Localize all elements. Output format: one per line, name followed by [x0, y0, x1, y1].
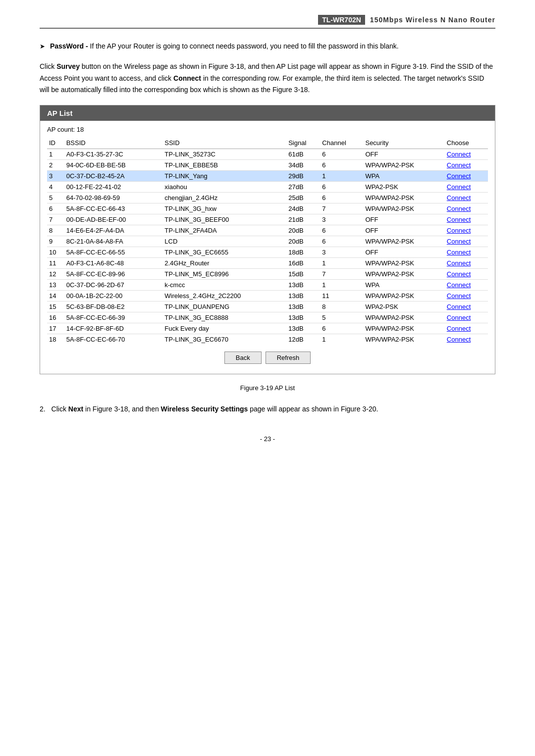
cell-ssid: TP-LINK_2FA4DA [162, 225, 286, 236]
cell-id: 2 [47, 160, 64, 171]
col-ssid: SSID [162, 137, 286, 149]
table-row: 165A-8F-CC-EC-66-39TP-LINK_3G_EC888813dB… [47, 312, 488, 323]
cell-security: WPA/WPA2-PSK [363, 312, 444, 323]
cell-signal: 13dB [286, 312, 320, 323]
cell-security: WPA/WPA2-PSK [363, 236, 444, 247]
cell-connect[interactable]: Connect [445, 182, 488, 193]
cell-bssid: 5A-8F-CC-EC-89-96 [64, 269, 163, 280]
cell-ssid: TP-LINK_35273C [162, 149, 286, 160]
table-row: 105A-8F-CC-EC-66-55TP-LINK_3G_EC665518dB… [47, 247, 488, 258]
cell-security: WPA/WPA2-PSK [363, 323, 444, 334]
ap-count-label: AP count: [47, 126, 75, 133]
cell-signal: 27dB [286, 182, 320, 193]
cell-ssid: Wireless_2.4GHz_2C2200 [162, 291, 286, 302]
cell-id: 3 [47, 171, 64, 182]
table-row: 155C-63-BF-DB-08-E2TP-LINK_DUANPENG13dB8… [47, 302, 488, 312]
cell-id: 11 [47, 258, 64, 269]
cell-bssid: 94-0C-6D-EB-BE-5B [64, 160, 163, 171]
cell-signal: 29dB [286, 171, 320, 182]
cell-signal: 12dB [286, 334, 320, 345]
ap-count-value: 18 [77, 126, 84, 133]
cell-channel: 6 [320, 236, 363, 247]
password-text: If the AP your Router is going to connec… [88, 42, 399, 50]
cell-bssid: 64-70-02-98-69-59 [64, 193, 163, 203]
cell-connect[interactable]: Connect [445, 236, 488, 247]
cell-id: 12 [47, 269, 64, 280]
cell-channel: 6 [320, 160, 363, 171]
cell-signal: 13dB [286, 291, 320, 302]
ap-table: ID BSSID SSID Signal Channel Security Ch… [47, 137, 488, 345]
cell-bssid: A0-F3-C1-A6-8C-48 [64, 258, 163, 269]
cell-connect[interactable]: Connect [445, 149, 488, 160]
cell-connect[interactable]: Connect [445, 160, 488, 171]
back-button[interactable]: Back [224, 352, 262, 364]
cell-bssid: 00-0A-1B-2C-22-00 [64, 291, 163, 302]
cell-connect[interactable]: Connect [445, 302, 488, 312]
table-row: 30C-37-DC-B2-45-2ATP-LINK_Yang29dB1WPACo… [47, 171, 488, 182]
cell-channel: 6 [320, 193, 363, 203]
cell-connect[interactable]: Connect [445, 203, 488, 214]
cell-channel: 8 [320, 302, 363, 312]
cell-connect[interactable]: Connect [445, 291, 488, 302]
cell-ssid: TP-LINK_Yang [162, 171, 286, 182]
cell-signal: 13dB [286, 280, 320, 291]
cell-bssid: 5A-8F-CC-EC-66-43 [64, 203, 163, 214]
cell-ssid: Fuck Every day [162, 323, 286, 334]
cell-connect[interactable]: Connect [445, 214, 488, 225]
page-number: - 23 - [40, 435, 495, 443]
cell-channel: 1 [320, 334, 363, 345]
cell-bssid: 8C-21-0A-84-A8-FA [64, 236, 163, 247]
cell-bssid: 5A-8F-CC-EC-66-70 [64, 334, 163, 345]
cell-signal: 20dB [286, 236, 320, 247]
cell-ssid: TP-LINK_3G_EC6655 [162, 247, 286, 258]
cell-connect[interactable]: Connect [445, 171, 488, 182]
cell-ssid: LCD [162, 236, 286, 247]
cell-signal: 21dB [286, 214, 320, 225]
cell-channel: 3 [320, 247, 363, 258]
cell-channel: 7 [320, 203, 363, 214]
table-row: 98C-21-0A-84-A8-FALCD20dB6WPA/WPA2-PSKCo… [47, 236, 488, 247]
cell-ssid: TP-LINK_3G_EC6670 [162, 334, 286, 345]
cell-connect[interactable]: Connect [445, 334, 488, 345]
cell-bssid: 0C-37-DC-B2-45-2A [64, 171, 163, 182]
cell-channel: 7 [320, 269, 363, 280]
cell-security: WPA/WPA2-PSK [363, 269, 444, 280]
cell-connect[interactable]: Connect [445, 312, 488, 323]
cell-connect[interactable]: Connect [445, 258, 488, 269]
cell-channel: 3 [320, 214, 363, 225]
cell-connect[interactable]: Connect [445, 323, 488, 334]
cell-connect[interactable]: Connect [445, 280, 488, 291]
cell-connect[interactable]: Connect [445, 247, 488, 258]
cell-id: 5 [47, 193, 64, 203]
cell-ssid: 2.4GHz_Router [162, 258, 286, 269]
ap-list-container: AP List AP count: 18 ID BSSID SSID Signa… [40, 105, 495, 374]
cell-security: OFF [363, 149, 444, 160]
cell-id: 4 [47, 182, 64, 193]
cell-channel: 11 [320, 291, 363, 302]
cell-connect[interactable]: Connect [445, 225, 488, 236]
col-security: Security [363, 137, 444, 149]
cell-security: WPA/WPA2-PSK [363, 258, 444, 269]
cell-security: WPA2-PSK [363, 182, 444, 193]
cell-connect[interactable]: Connect [445, 193, 488, 203]
cell-bssid: 5A-8F-CC-EC-66-39 [64, 312, 163, 323]
page-header: TL-WR702N 150Mbps Wireless N Nano Router [40, 15, 495, 29]
cell-connect[interactable]: Connect [445, 269, 488, 280]
step2-number: 2. [40, 405, 46, 413]
table-row: 294-0C-6D-EB-BE-5BTP-LINK_EBBE5B34dB6WPA… [47, 160, 488, 171]
model-label: TL-WR702N [318, 15, 365, 25]
cell-security: WPA2-PSK [363, 302, 444, 312]
cell-signal: 16dB [286, 258, 320, 269]
refresh-button[interactable]: Refresh [266, 352, 311, 364]
cell-channel: 6 [320, 323, 363, 334]
cell-signal: 24dB [286, 203, 320, 214]
password-label: PassWord - [50, 42, 88, 50]
col-signal: Signal [286, 137, 320, 149]
cell-signal: 18dB [286, 247, 320, 258]
step2-section: 2. Click Next in Figure 3-18, and then W… [40, 403, 495, 415]
router-title: 150Mbps Wireless N Nano Router [370, 16, 495, 24]
cell-id: 16 [47, 312, 64, 323]
cell-ssid: TP-LINK_EBBE5B [162, 160, 286, 171]
cell-bssid: 00-DE-AD-BE-EF-00 [64, 214, 163, 225]
cell-channel: 5 [320, 312, 363, 323]
